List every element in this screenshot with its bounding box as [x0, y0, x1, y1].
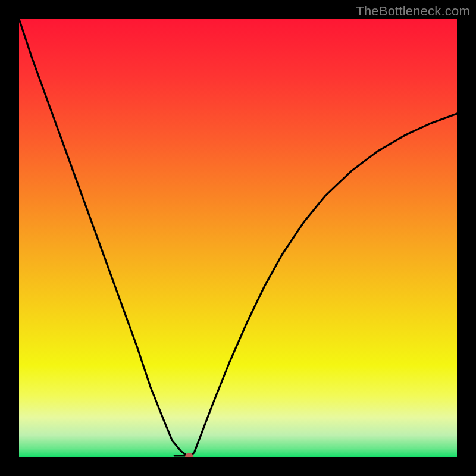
minimum-marker	[185, 453, 193, 457]
chart-frame: TheBottleneck.com	[0, 0, 476, 476]
plot-area	[19, 19, 457, 457]
watermark-text: TheBottleneck.com	[356, 4, 470, 19]
bottleneck-curve	[19, 19, 457, 457]
